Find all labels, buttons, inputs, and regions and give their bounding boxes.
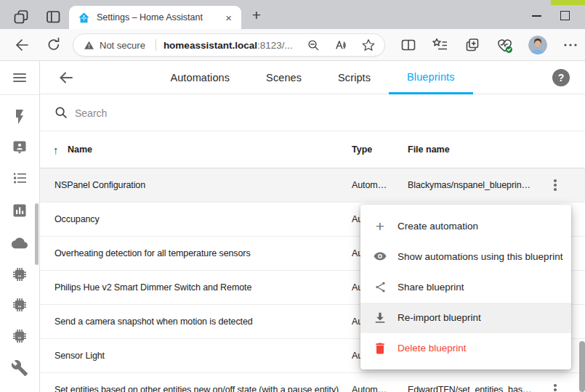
menu-item-reimport-blueprint[interactable]: Re-import blueprint bbox=[360, 303, 571, 333]
tab-blueprints[interactable]: Blueprints bbox=[389, 61, 472, 94]
share-icon bbox=[373, 279, 387, 294]
home-assistant-favicon bbox=[78, 12, 90, 24]
row-name: Overheating detection for all temperatur… bbox=[55, 248, 251, 258]
url-host[interactable]: homeassistant.local bbox=[164, 40, 257, 51]
refresh-icon[interactable] bbox=[45, 36, 62, 54]
favorite-star-icon[interactable] bbox=[361, 38, 376, 52]
tab-actions-icon[interactable] bbox=[12, 8, 30, 25]
sidebar-item-developer-tools-icon[interactable] bbox=[11, 359, 28, 377]
column-file-name[interactable]: File name bbox=[408, 144, 450, 155]
sidebar-header bbox=[0, 61, 39, 95]
column-name[interactable]: Name bbox=[68, 144, 92, 155]
table-row[interactable]: Set entities based on other entities new… bbox=[40, 373, 585, 392]
sidebar-menu-icon[interactable] bbox=[11, 69, 28, 86]
security-label[interactable]: Not secure bbox=[100, 40, 145, 51]
plus-icon: + bbox=[373, 219, 387, 233]
menu-item-create-automation[interactable]: + Create automation bbox=[360, 211, 571, 241]
sidebar-item-logbook-icon[interactable] bbox=[11, 169, 28, 187]
desktop-background-strip bbox=[551, 0, 585, 5]
zoom-out-icon[interactable] bbox=[306, 38, 321, 53]
address-divider bbox=[156, 39, 156, 51]
address-bar[interactable]: Not secure homeassistant.local:8123/... bbox=[73, 33, 385, 57]
favorites-list-icon[interactable] bbox=[432, 36, 449, 54]
sidebar-item-cloud-icon[interactable] bbox=[11, 234, 28, 252]
row-name: Sensor Light bbox=[55, 351, 105, 361]
sidebar-item-chip-icon-2[interactable] bbox=[11, 296, 28, 314]
maximize-icon[interactable] bbox=[560, 11, 570, 20]
minimize-icon[interactable] bbox=[532, 15, 541, 17]
profile-avatar[interactable] bbox=[528, 36, 547, 54]
sidebar-item-map-person-icon[interactable] bbox=[11, 139, 28, 156]
row-overflow-icon[interactable] bbox=[546, 176, 564, 194]
eye-icon bbox=[373, 249, 387, 264]
row-name: Philips Hue v2 Smart Dimmer Switch and R… bbox=[55, 282, 251, 293]
browser-toolbar: Not secure homeassistant.local:8123/... bbox=[0, 29, 585, 61]
back-icon[interactable] bbox=[13, 36, 31, 54]
menu-item-delete-blueprint[interactable]: Delete blueprint bbox=[360, 333, 571, 364]
row-file: EdwardTFN/set_entities_bas… bbox=[408, 385, 531, 392]
read-aloud-icon[interactable] bbox=[334, 38, 349, 53]
browser-tab[interactable]: Settings – Home Assistant × bbox=[69, 6, 241, 29]
tab-title: Settings – Home Assistant bbox=[97, 12, 223, 23]
search-input[interactable] bbox=[73, 103, 512, 123]
row-overflow-icon[interactable] bbox=[546, 381, 564, 392]
search-row bbox=[40, 94, 585, 131]
sidebar-item-energy-icon[interactable] bbox=[11, 108, 28, 126]
url-suffix[interactable]: :8123/... bbox=[257, 40, 293, 51]
new-tab-icon[interactable]: + bbox=[248, 6, 265, 25]
column-type[interactable]: Type bbox=[352, 144, 372, 155]
search-icon bbox=[53, 105, 69, 121]
address-bar-icons bbox=[306, 38, 376, 53]
sidebar-item-history-icon[interactable] bbox=[11, 202, 28, 219]
menu-item-show-automations[interactable]: Show automations using this blueprint bbox=[360, 241, 571, 271]
main-scrollbar[interactable] bbox=[579, 341, 585, 392]
not-secure-warning-icon bbox=[84, 40, 94, 51]
table-row[interactable]: NSPanel Configuration Autom… Blackymas/n… bbox=[40, 168, 585, 203]
tab-scenes[interactable]: Scenes bbox=[248, 61, 320, 94]
row-name: Occupancy bbox=[55, 214, 100, 224]
row-name: Set entities based on other entities new… bbox=[55, 385, 339, 392]
row-type: Autom… bbox=[352, 180, 387, 190]
download-icon bbox=[373, 311, 387, 325]
toolbar-right-icons bbox=[400, 36, 579, 54]
tab-scripts[interactable]: Scripts bbox=[320, 61, 389, 94]
row-file: Blackymas/nspanel_blueprin… bbox=[408, 180, 530, 190]
row-name: Send a camera snapshot when motion is de… bbox=[55, 317, 253, 327]
ha-nav-tabs: Automations Scenes Scripts Blueprints bbox=[40, 61, 585, 94]
menu-item-share-blueprint[interactable]: Share blueprint bbox=[360, 271, 571, 302]
sidebar-item-chip-icon-3[interactable] bbox=[11, 327, 28, 345]
more-menu-icon[interactable] bbox=[562, 36, 579, 54]
browser-window: { "colors": { "accent_blue": "#03a9f4", … bbox=[0, 0, 585, 392]
browser-tabstrip: Settings – Home Assistant × + bbox=[0, 0, 585, 29]
workspaces-panel-icon[interactable] bbox=[44, 8, 62, 25]
ha-header: Automations Scenes Scripts Blueprints ? bbox=[40, 61, 585, 94]
tab-automations[interactable]: Automations bbox=[152, 61, 248, 94]
collections-icon[interactable] bbox=[464, 36, 481, 54]
close-tab-icon[interactable]: × bbox=[223, 12, 234, 24]
row-type: Autom… bbox=[352, 385, 387, 392]
sidebar-item-chip-icon-1[interactable] bbox=[11, 266, 28, 283]
row-name: NSPanel Configuration bbox=[55, 180, 145, 190]
sort-asc-icon[interactable]: ↑ bbox=[53, 144, 59, 156]
help-icon[interactable]: ? bbox=[552, 69, 570, 86]
split-screen-icon[interactable] bbox=[400, 36, 417, 54]
blueprint-context-menu: + Create automation Show automations usi… bbox=[360, 205, 571, 369]
ha-sidebar bbox=[0, 61, 40, 392]
browser-essentials-icon[interactable] bbox=[496, 36, 514, 54]
sidebar-scrollbar[interactable] bbox=[35, 203, 39, 265]
table-header: ↑ Name Type File name bbox=[40, 131, 585, 168]
delete-icon bbox=[373, 341, 387, 356]
